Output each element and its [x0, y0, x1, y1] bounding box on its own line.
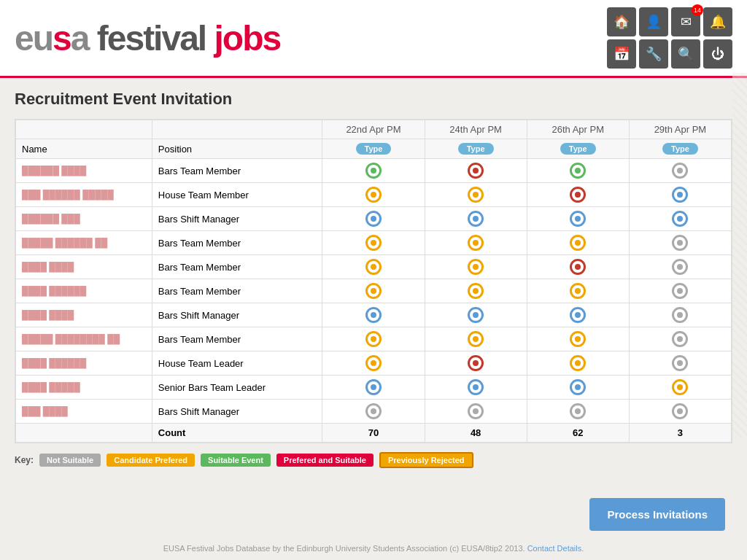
- name-cell: █████ ██████ ██: [16, 231, 152, 255]
- date4-cell[interactable]: [629, 231, 731, 255]
- position-cell: Bars Shift Manager: [152, 303, 322, 327]
- date4-cell[interactable]: [629, 159, 731, 183]
- date3-cell[interactable]: [527, 327, 629, 351]
- key-label: Key:: [15, 455, 34, 465]
- settings-icon[interactable]: 🔧: [639, 39, 668, 69]
- name-cell: █████ ████████ ██: [16, 327, 152, 351]
- date1-cell[interactable]: [322, 231, 425, 255]
- date1-cell[interactable]: [322, 327, 425, 351]
- th-type4: Type: [629, 139, 731, 159]
- date1-cell[interactable]: [322, 376, 425, 400]
- date1-cell[interactable]: [322, 183, 425, 207]
- date1-cell[interactable]: [322, 351, 425, 376]
- table-row: ██████ ███ Bars Shift Manager: [16, 207, 732, 231]
- count-2: 48: [425, 424, 527, 443]
- table-wrap: 22nd Apr PM 24th Apr PM 26th Apr PM 29th…: [15, 119, 732, 443]
- position-cell: Bars Team Member: [152, 231, 322, 255]
- name-cell: ███ ████: [16, 400, 152, 424]
- name-cell: ████ █████: [16, 376, 152, 400]
- date4-cell[interactable]: [629, 183, 731, 207]
- th-position: Position: [152, 139, 322, 159]
- mail-badge: 14: [692, 4, 703, 16]
- key-area: Key: Not Suitable Candidate Prefered Sui…: [15, 452, 732, 468]
- position-cell: House Team Leader: [152, 351, 322, 376]
- date2-cell[interactable]: [425, 303, 527, 327]
- position-cell: Bars Team Member: [152, 255, 322, 279]
- date4-cell[interactable]: [629, 351, 731, 376]
- date3-cell[interactable]: [527, 207, 629, 231]
- date2-cell[interactable]: [425, 376, 527, 400]
- th-date4: 29th Apr PM: [629, 120, 731, 139]
- date1-cell[interactable]: [322, 159, 425, 183]
- date2-cell[interactable]: [425, 231, 527, 255]
- page-title: Recruitment Event Invitation: [15, 90, 732, 109]
- home-icon[interactable]: 🏠: [607, 7, 636, 36]
- table-row: ████ █████ Senior Bars Team Leader: [16, 376, 732, 400]
- name-cell: ████ ████: [16, 255, 152, 279]
- date4-cell[interactable]: [629, 279, 731, 303]
- search-icon[interactable]: 🔍: [671, 39, 700, 69]
- position-cell: Bars Team Member: [152, 279, 322, 303]
- header: eusa festival jobs 🏠 👤 ✉ 14 🔔 📅 🔧 🔍 ⏻: [0, 0, 747, 78]
- footer-contact-link[interactable]: Contact Details.: [527, 544, 584, 553]
- logo-a: a: [71, 19, 97, 58]
- date3-cell[interactable]: [527, 279, 629, 303]
- date3-cell[interactable]: [527, 303, 629, 327]
- logo-eu: eu: [15, 19, 53, 58]
- date3-cell[interactable]: [527, 183, 629, 207]
- name-cell: ██████ ████: [16, 159, 152, 183]
- bell-icon[interactable]: 🔔: [703, 7, 732, 36]
- date4-cell[interactable]: [629, 400, 731, 424]
- date4-cell[interactable]: [629, 255, 731, 279]
- position-cell: Senior Bars Team Leader: [152, 376, 322, 400]
- date4-cell[interactable]: [629, 207, 731, 231]
- date2-cell[interactable]: [425, 327, 527, 351]
- date2-cell[interactable]: [425, 279, 527, 303]
- position-cell: Bars Shift Manager: [152, 207, 322, 231]
- date2-cell[interactable]: [425, 351, 527, 376]
- count-label: Count: [152, 424, 322, 443]
- process-invitations-button[interactable]: Process Invitations: [589, 498, 725, 531]
- date1-cell[interactable]: [322, 255, 425, 279]
- position-cell: House Team Member: [152, 183, 322, 207]
- mail-icon[interactable]: ✉ 14: [671, 7, 700, 36]
- date4-cell[interactable]: [629, 327, 731, 351]
- date2-cell[interactable]: [425, 255, 527, 279]
- date4-cell[interactable]: [629, 303, 731, 327]
- date1-cell[interactable]: [322, 303, 425, 327]
- calendar-icon[interactable]: 📅: [607, 39, 636, 69]
- date2-cell[interactable]: [425, 159, 527, 183]
- table-row: ████ ████ Bars Team Member: [16, 255, 732, 279]
- table-row: █████ ████████ ██ Bars Team Member: [16, 327, 732, 351]
- decorative-texture: [732, 73, 747, 438]
- name-cell: ████ ████: [16, 303, 152, 327]
- footer: EUSA Festival Jobs Database by the Edinb…: [0, 544, 747, 553]
- nav-icons: 🏠 👤 ✉ 14 🔔 📅 🔧 🔍 ⏻: [607, 7, 732, 69]
- invitations-table: 22nd Apr PM 24th Apr PM 26th Apr PM 29th…: [15, 120, 732, 443]
- date3-cell[interactable]: [527, 159, 629, 183]
- th-empty1: [16, 120, 152, 139]
- date2-cell[interactable]: [425, 183, 527, 207]
- date3-cell[interactable]: [527, 376, 629, 400]
- count-empty: [16, 424, 152, 443]
- count-3: 62: [527, 424, 629, 443]
- name-cell: ███ ██████ █████: [16, 183, 152, 207]
- date1-cell[interactable]: [322, 279, 425, 303]
- name-cell: ██████ ███: [16, 207, 152, 231]
- date2-cell[interactable]: [425, 207, 527, 231]
- power-icon[interactable]: ⏻: [703, 39, 732, 69]
- date1-cell[interactable]: [322, 207, 425, 231]
- date3-cell[interactable]: [527, 400, 629, 424]
- key-suitable-event: Suitable Event: [201, 454, 271, 467]
- date4-cell[interactable]: [629, 376, 731, 400]
- logo-jobs: jobs: [214, 19, 281, 58]
- date3-cell[interactable]: [527, 255, 629, 279]
- type-badge-3: Type: [560, 143, 596, 155]
- date2-cell[interactable]: [425, 400, 527, 424]
- date3-cell[interactable]: [527, 231, 629, 255]
- th-empty2: [152, 120, 322, 139]
- user-icon[interactable]: 👤: [639, 7, 668, 36]
- count-4: 3: [629, 424, 731, 443]
- date1-cell[interactable]: [322, 400, 425, 424]
- date3-cell[interactable]: [527, 351, 629, 376]
